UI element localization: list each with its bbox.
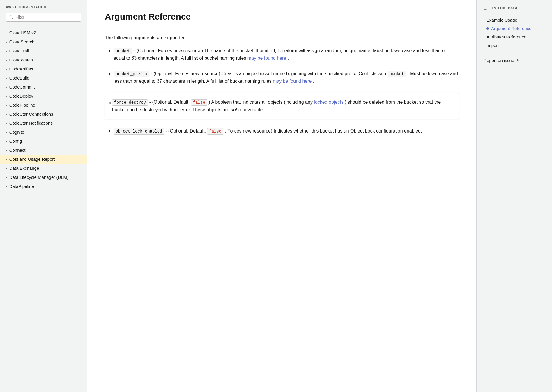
chevron-icon: › [6, 185, 7, 188]
sidebar-item[interactable]: ›CloudTrail [0, 46, 87, 55]
right-panel: ON THIS PAGE Example UsageArgument Refer… [476, 0, 552, 392]
nav-item-label: CodeStar Connections [9, 112, 53, 116]
arg-object-lock-desc2: , Forces new resource) Indicates whether… [225, 128, 422, 133]
chevron-icon: › [6, 49, 7, 53]
toc-list: Example UsageArgument ReferenceAttribute… [484, 16, 545, 50]
chevron-icon: › [6, 149, 7, 152]
nav-item-label: CodeCommit [9, 84, 35, 89]
chevron-icon: › [6, 76, 7, 80]
toc-item[interactable]: Example Usage [484, 16, 545, 24]
main-content: Argument Reference The following argumen… [87, 0, 476, 392]
nav-item-label: Config [9, 139, 22, 144]
arg-bucket-prefix-desc1: - (Optional, Forces new resource) Create… [151, 71, 388, 76]
arg-bucket-prefix-code: bucket_prefix [114, 71, 149, 77]
sidebar-item[interactable]: ›DataPipeline [0, 182, 87, 191]
sidebar-title: AWS DOCUMENTATION [6, 5, 81, 9]
sidebar-item[interactable]: ›Cost and Usage Report [0, 155, 87, 164]
chevron-icon: › [6, 121, 7, 125]
nav-item-label: CloudTrail [9, 48, 29, 53]
sidebar-item[interactable]: ›CodePipeline [0, 100, 87, 110]
arg-object-lock-enabled: object_lock_enabled - (Optional, Default… [114, 127, 459, 135]
sidebar-item[interactable]: ›CodeDeploy [0, 91, 87, 100]
nav-item-label: Data Lifecycle Manager (DLM) [9, 175, 68, 180]
chevron-icon: › [6, 112, 7, 116]
intro-text: The following arguments are supported: [105, 35, 459, 40]
sidebar-item[interactable]: ›CodeStar Connections [0, 110, 87, 119]
chevron-icon: › [6, 31, 7, 35]
sidebar-item[interactable]: ›CodeArtifact [0, 64, 87, 73]
chevron-icon: › [6, 85, 7, 89]
sidebar: AWS DOCUMENTATION ›CloudHSM v2›CloudSear… [0, 0, 87, 392]
chevron-icon: › [6, 58, 7, 62]
nav-item-label: CodeDeploy [9, 93, 33, 98]
nav-item-label: CodeStar Notifications [9, 121, 53, 126]
search-icon [9, 15, 13, 19]
arg-bucket-prefix: bucket_prefix - (Optional, Forces new re… [114, 70, 459, 85]
page-title: Argument Reference [105, 12, 459, 22]
arg-force-destroy-default: false [191, 99, 207, 106]
toc-item[interactable]: Import [484, 41, 545, 50]
nav-item-label: CloudHSM v2 [9, 30, 36, 35]
sidebar-nav: ›CloudHSM v2›CloudSearch›CloudTrail›Clou… [0, 26, 87, 392]
arg-object-lock-code: object_lock_enabled [114, 128, 164, 135]
arg-force-destroy-em: not [231, 107, 237, 112]
arg-bucket-prefix-ref: bucket [388, 71, 406, 77]
nav-item-label: CodeBuild [9, 75, 29, 80]
sidebar-item[interactable]: ›Data Exchange [0, 164, 87, 173]
chevron-icon: › [6, 103, 7, 107]
toc-item-label: Argument Reference [491, 26, 531, 31]
argument-list: bucket - (Optional, Forces new resource)… [105, 47, 459, 135]
bucket-prefix-link[interactable]: may be found here [273, 79, 312, 84]
toc-active-dot [486, 27, 489, 30]
chevron-icon: › [6, 158, 7, 161]
nav-item-label: Data Exchange [9, 166, 39, 171]
chevron-icon: › [6, 130, 7, 134]
nav-item-label: CloudSearch [9, 39, 35, 44]
sidebar-item[interactable]: ›CloudSearch [0, 37, 87, 46]
toc-item[interactable]: Argument Reference [484, 24, 545, 33]
nav-item-label: Connect [9, 148, 26, 153]
filter-input[interactable] [15, 15, 78, 20]
chevron-icon: › [6, 94, 7, 98]
arg-force-destroy-desc4: recoverable. [238, 107, 264, 112]
sidebar-item[interactable]: ›Connect [0, 146, 87, 155]
chevron-icon: › [6, 167, 7, 170]
external-link-icon: ↗ [516, 58, 519, 63]
bucket-link[interactable]: may be found here [247, 56, 286, 61]
nav-item-label: CodePipeline [9, 103, 35, 107]
toc-item-label: Example Usage [486, 17, 517, 22]
sidebar-item[interactable]: ›Cognito [0, 128, 87, 137]
sidebar-item[interactable]: ›CodeCommit [0, 82, 87, 91]
toc-header: ON THIS PAGE [484, 6, 545, 10]
arg-bucket-code: bucket [114, 48, 132, 54]
sidebar-item[interactable]: ›CodeBuild [0, 73, 87, 82]
arg-force-destroy: force_destroy - (Optional, Default: fals… [105, 93, 459, 119]
toc-divider [484, 54, 545, 54]
nav-item-label: CodeArtifact [9, 66, 33, 71]
arg-object-lock-default: false [207, 128, 223, 135]
locked-objects-link[interactable]: locked objects [314, 100, 343, 105]
toc-icon [484, 6, 488, 10]
arg-object-lock-desc1: - (Optional, Default: [165, 128, 207, 133]
sidebar-item[interactable]: ›CloudHSM v2 [0, 28, 87, 37]
toc-item-label: Attributes Reference [486, 34, 526, 39]
toc-item-label: Import [486, 43, 499, 48]
sidebar-item[interactable]: ›CodeStar Notifications [0, 119, 87, 128]
sidebar-item[interactable]: ›Config [0, 137, 87, 146]
arg-force-destroy-code: force_destroy [112, 99, 148, 106]
sidebar-item[interactable]: ›CloudWatch [0, 55, 87, 64]
chevron-icon: › [6, 67, 7, 71]
chevron-icon: › [6, 40, 7, 44]
sidebar-search-box[interactable] [6, 13, 81, 22]
svg-line-1 [12, 18, 13, 19]
chevron-icon: › [6, 176, 7, 179]
sidebar-header: AWS DOCUMENTATION [0, 0, 87, 26]
arg-bucket: bucket - (Optional, Forces new resource)… [114, 47, 459, 62]
nav-item-label: CloudWatch [9, 57, 33, 62]
report-issue-link[interactable]: Report an issue ↗ [484, 58, 545, 63]
nav-item-label: DataPipeline [9, 184, 34, 189]
arg-force-destroy-desc1: - (Optional, Default: [149, 100, 191, 105]
title-divider [105, 27, 459, 27]
toc-item[interactable]: Attributes Reference [484, 33, 545, 41]
sidebar-item[interactable]: ›Data Lifecycle Manager (DLM) [0, 173, 87, 182]
